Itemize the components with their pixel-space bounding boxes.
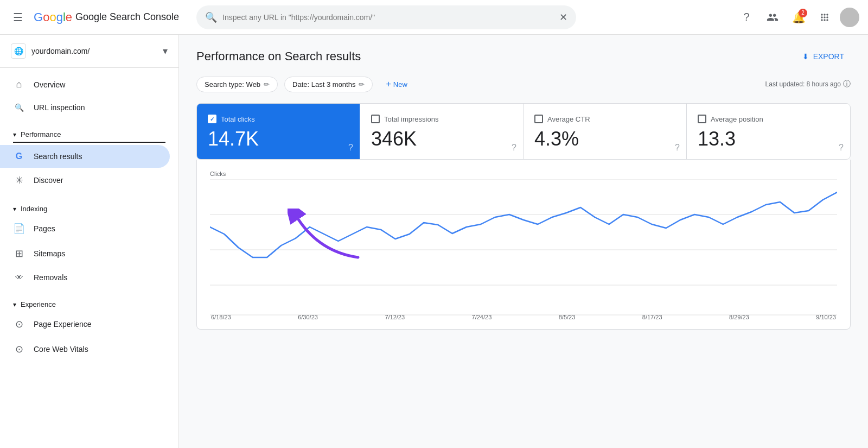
sidebar-item-core-web-vitals[interactable]: ⊙ Core Web Vitals	[0, 337, 170, 362]
google-g-icon: G	[13, 152, 25, 161]
position-checkbox[interactable]	[698, 115, 706, 123]
sidebar-label-pages: Pages	[34, 224, 55, 233]
x-label-1: 6/30/23	[298, 314, 318, 320]
new-filter-button[interactable]: + New	[379, 76, 413, 92]
ctr-label: Average CTR	[547, 115, 590, 123]
google-wordmark: Google	[34, 10, 72, 24]
plus-icon: +	[386, 79, 391, 89]
main-content: Performance on Search results ⬇ EXPORT S…	[179, 35, 868, 448]
sidebar-item-removals[interactable]: 👁 Removals	[0, 266, 170, 288]
sidebar-label-overview: Overview	[34, 80, 65, 89]
export-button[interactable]: ⬇ EXPORT	[796, 48, 851, 65]
sidebar-label-url-inspection: URL inspection	[34, 103, 85, 112]
url-search-bar[interactable]: 🔍 ✕	[196, 5, 576, 29]
x-label-6: 8/29/23	[729, 314, 749, 320]
position-label: Average position	[711, 115, 763, 123]
sidebar-label-sitemaps: Sitemaps	[34, 249, 65, 258]
notification-badge: 2	[799, 9, 807, 17]
last-updated: Last updated: 8 hours ago ⓘ	[765, 79, 851, 89]
inspect-icon: 🔍	[13, 103, 25, 112]
chart-y-label: Clicks	[210, 171, 837, 177]
domain-selector[interactable]: 🌐 yourdomain.com/ ▾	[0, 35, 178, 68]
apps-button[interactable]	[814, 7, 835, 28]
collapse-experience-icon: ▾	[13, 301, 16, 308]
edit-date-icon: ✏	[359, 80, 365, 89]
sidebar-label-removals: Removals	[34, 273, 67, 282]
performance-underline	[13, 142, 165, 143]
chart-x-labels: 6/18/23 6/30/23 7/12/23 7/24/23 8/5/23 8…	[210, 314, 837, 320]
last-updated-text: Last updated: 8 hours ago	[765, 80, 841, 88]
app-title: Google Search Console	[75, 11, 179, 23]
sidebar-section-performance[interactable]: ▾ Performance	[0, 123, 178, 142]
sidebar-item-overview[interactable]: ⌂ Overview	[0, 72, 170, 97]
ctr-value: 4.3%	[534, 128, 675, 150]
metric-header-ctr: Average CTR	[534, 115, 675, 123]
topbar-actions: ? 🔔 2	[736, 7, 859, 28]
help-button[interactable]: ?	[736, 7, 757, 28]
metrics-cards: Total clicks 14.7K ? Total impressions 3…	[196, 103, 851, 160]
sidebar: 🌐 yourdomain.com/ ▾ ⌂ Overview 🔍 URL ins…	[0, 35, 179, 448]
ctr-help-icon[interactable]: ?	[675, 143, 680, 153]
sidebar-label-core-web-vitals: Core Web Vitals	[34, 345, 88, 354]
sidebar-section-label-indexing: Indexing	[21, 205, 47, 213]
x-label-5: 8/17/23	[642, 314, 662, 320]
search-input[interactable]	[222, 13, 554, 22]
x-label-0: 6/18/23	[211, 314, 231, 320]
page-experience-icon: ⊙	[13, 318, 25, 330]
metric-card-average-position[interactable]: Average position 13.3 ?	[687, 104, 850, 159]
sidebar-item-page-experience[interactable]: ⊙ Page Experience	[0, 312, 170, 337]
ctr-checkbox[interactable]	[534, 115, 543, 123]
metric-header-position: Average position	[698, 115, 839, 123]
clear-search-icon[interactable]: ✕	[559, 11, 567, 23]
metric-card-total-clicks[interactable]: Total clicks 14.7K ?	[197, 104, 360, 159]
user-avatar[interactable]	[840, 8, 859, 27]
position-help-icon[interactable]: ?	[839, 143, 844, 153]
sidebar-item-url-inspection[interactable]: 🔍 URL inspection	[0, 97, 170, 118]
sidebar-item-sitemaps[interactable]: ⊞ Sitemaps	[0, 241, 170, 266]
x-label-7: 9/10/23	[816, 314, 836, 320]
x-label-4: 8/5/23	[559, 314, 576, 320]
metric-card-total-impressions[interactable]: Total impressions 346K ?	[360, 104, 524, 159]
impressions-value: 346K	[371, 128, 512, 150]
search-type-filter[interactable]: Search type: Web ✏	[196, 77, 278, 92]
metric-header-impressions: Total impressions	[371, 115, 512, 123]
collapse-indexing-icon: ▾	[13, 205, 16, 213]
people-icon	[767, 11, 778, 23]
metric-card-average-ctr[interactable]: Average CTR 4.3% ?	[524, 104, 687, 159]
sidebar-item-discover[interactable]: ✳ Discover	[0, 168, 170, 193]
sidebar-item-search-results[interactable]: G Search results	[0, 145, 170, 168]
x-label-2: 7/12/23	[385, 314, 405, 320]
clicks-value: 14.7K	[208, 128, 349, 150]
removals-icon: 👁	[13, 273, 25, 282]
menu-icon[interactable]: ☰	[9, 7, 27, 28]
clicks-label: Total clicks	[221, 115, 255, 123]
sidebar-section-indexing[interactable]: ▾ Indexing	[0, 197, 178, 216]
download-icon: ⬇	[802, 52, 809, 61]
sitemaps-icon: ⊞	[13, 248, 25, 260]
help-icon: ?	[743, 11, 749, 23]
clicks-checkbox[interactable]	[208, 115, 216, 123]
edit-icon: ✏	[264, 80, 270, 89]
chart-container: Clicks 240 160 80 0	[196, 160, 851, 330]
grid-icon	[819, 12, 830, 23]
impressions-checkbox[interactable]	[371, 115, 380, 123]
sidebar-label-page-experience: Page Experience	[34, 320, 92, 329]
impressions-help-icon[interactable]: ?	[512, 143, 516, 153]
core-web-vitals-icon: ⊙	[13, 343, 25, 355]
position-value: 13.3	[698, 128, 839, 150]
sidebar-item-pages[interactable]: 📄 Pages	[0, 216, 170, 241]
home-icon: ⌂	[13, 79, 25, 90]
sidebar-section-experience[interactable]: ▾ Experience	[0, 293, 178, 312]
sidebar-section-label-experience: Experience	[21, 300, 56, 308]
impressions-label: Total impressions	[384, 115, 438, 123]
date-filter[interactable]: Date: Last 3 months ✏	[284, 77, 373, 92]
clicks-help-icon[interactable]: ?	[348, 143, 353, 153]
app-logo: Google Google Search Console	[34, 10, 179, 24]
sidebar-label-discover: Discover	[34, 176, 63, 185]
notifications-button[interactable]: 🔔 2	[788, 7, 809, 28]
search-icon: 🔍	[205, 11, 217, 23]
date-label: Date: Last 3 months	[292, 80, 355, 89]
chart-area: 240 160 80 0 6/18/23 6/30/23 7/12/23 7/2…	[210, 179, 837, 320]
domain-icon: 🌐	[11, 43, 26, 59]
search-console-icon-button[interactable]	[762, 7, 783, 28]
